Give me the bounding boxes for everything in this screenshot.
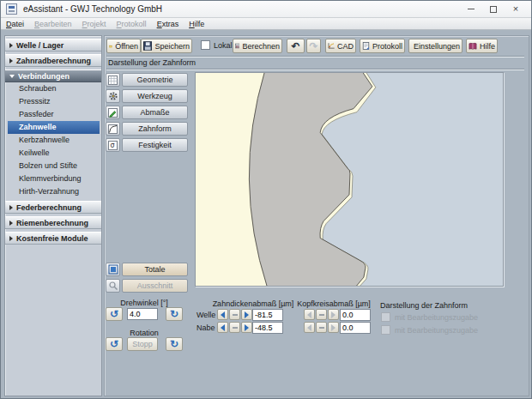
nabe-zahndicken-prev-button[interactable] <box>217 322 228 333</box>
festigkeit-button[interactable]: Festigkeit <box>122 138 188 152</box>
nabe-zahndicken-next-button[interactable] <box>241 322 252 333</box>
sidebar-section-welle-lager[interactable]: Welle / Lager <box>5 39 101 51</box>
sidebar-section-federberechnung[interactable]: Federberechnung <box>5 201 101 214</box>
display-group-label: Darstellung der Zahnform <box>380 301 468 310</box>
nabe-row-label: Nabe <box>196 323 215 332</box>
nabe-kopfkreis-reset-button[interactable] <box>316 322 327 333</box>
sidebar-section-kostenfreie-module[interactable]: Kostenfreie Module <box>5 232 101 245</box>
bearbeitungszugabe-row-2: mit Bearbeitungszugabe <box>381 325 478 335</box>
sidebar-section-zahnradberechnung[interactable]: Zahnradberechnung <box>5 54 101 67</box>
sidebar-item-passfeder[interactable]: Passfeder <box>5 108 101 121</box>
zahndicken-header: Zahndickenabmaß [µm] <box>206 299 300 308</box>
werkzeug-icon-button[interactable] <box>106 89 120 103</box>
welle-row-label: Welle <box>196 311 215 319</box>
rotate-step-ccw-button[interactable]: ↺ <box>106 307 123 321</box>
maximize-button[interactable] <box>487 3 500 15</box>
menu-hilfe[interactable]: Hilfe <box>184 20 209 28</box>
open-button[interactable]: Öffnen <box>106 39 141 53</box>
sidebar-item-bolzen-und-stifte[interactable]: Bolzen und Stifte <box>5 160 101 172</box>
sidebar-section-riemenberechnung[interactable]: Riemenberechnung <box>5 216 101 229</box>
sidebar-item-hirth-verzahnung[interactable]: Hirth-Verzahnung <box>5 185 101 198</box>
undo-icon: ↶ <box>291 41 299 51</box>
welle-zahndicken-prev-button[interactable] <box>217 309 228 320</box>
werkzeug-button[interactable]: Werkzeug <box>122 89 188 103</box>
sidebar-item-kerbzahnwelle[interactable]: Kerbzahnwelle <box>5 134 101 147</box>
sidebar-section-verbindungen[interactable]: Verbindungen <box>5 70 101 82</box>
sidebar-item-zahnwelle[interactable]: Zahnwelle <box>8 121 100 134</box>
rotate-step-cw-button[interactable]: ↻ <box>166 307 183 321</box>
welle-kopfkreis-next-button[interactable] <box>328 309 339 320</box>
nabe-kopfkreis-input[interactable] <box>340 322 371 334</box>
local-checkbox[interactable] <box>201 40 210 50</box>
nabe-kopfkreis-next-button[interactable] <box>328 322 339 333</box>
ausschnitt-button[interactable]: Ausschnitt <box>122 279 188 293</box>
arrow-left-icon <box>307 311 311 318</box>
svg-text:σ: σ <box>110 142 114 149</box>
welle-zahndicken-input[interactable] <box>252 309 283 321</box>
close-icon: × <box>513 4 518 14</box>
save-button[interactable]: Speichern <box>141 39 192 53</box>
calculate-button[interactable]: Berechnen <box>233 39 282 53</box>
festigkeit-icon-button[interactable]: σ <box>106 138 120 152</box>
welle-kopfkreis-reset-button[interactable] <box>316 309 327 320</box>
nabe-zahndicken-reset-button[interactable] <box>229 322 240 333</box>
sidebar-item-presssitz[interactable]: Presssitz <box>5 95 101 108</box>
arrow-right-icon <box>331 324 336 331</box>
arrow-right-icon <box>331 311 336 318</box>
redo-icon: ↷ <box>309 41 317 51</box>
report-button[interactable]: Protokoll <box>360 39 405 53</box>
redo-button[interactable]: ↷ <box>306 39 321 53</box>
rotation-stop-button[interactable]: Stopp <box>127 337 158 351</box>
chevron-right-icon <box>9 236 13 241</box>
zahnform-button[interactable]: Zahnform <box>122 122 188 136</box>
cad-button[interactable]: CAD <box>325 39 356 53</box>
save-icon <box>143 41 152 51</box>
minus-icon <box>233 327 238 329</box>
welle-kopfkreis-input[interactable] <box>340 309 371 321</box>
menu-bearbeiten[interactable]: Bearbeiten <box>29 20 77 28</box>
minimize-icon <box>468 9 475 9</box>
undo-button[interactable]: ↶ <box>287 39 305 53</box>
abmasse-icon-button[interactable] <box>106 106 120 119</box>
arrow-left-icon <box>221 311 225 318</box>
help-button[interactable]: Hilfe <box>466 39 498 53</box>
welle-kopfkreis-prev-button[interactable] <box>304 309 315 320</box>
grid-icon <box>108 76 118 85</box>
minimize-button[interactable] <box>464 3 478 15</box>
sidebar-item-klemmverbindung[interactable]: Klemmverbindung <box>5 172 101 185</box>
zahnform-icon-button[interactable] <box>106 122 120 136</box>
rotation-label: Rotation <box>106 329 183 337</box>
arrow-left-icon <box>307 324 311 331</box>
bearbeitungszugabe-checkbox-1[interactable] <box>381 312 390 322</box>
settings-button[interactable]: Einstellungen <box>408 39 462 53</box>
menu-projekt[interactable]: Projekt <box>77 20 112 28</box>
menu-extras[interactable]: Extras <box>152 20 184 28</box>
ausschnitt-icon-button[interactable] <box>106 279 120 293</box>
welle-zahndicken-next-button[interactable] <box>241 309 252 320</box>
book-icon <box>469 42 477 51</box>
divider <box>106 69 524 70</box>
geometrie-button[interactable]: Geometrie <box>122 73 188 87</box>
zahnform-canvas[interactable] <box>195 72 504 287</box>
totale-icon-button[interactable] <box>106 263 120 276</box>
menu-protokoll[interactable]: Protokoll <box>112 20 152 28</box>
rotation-ccw-button[interactable]: ↺ <box>106 337 123 351</box>
rotate-ccw-icon: ↺ <box>110 309 118 319</box>
pencil-icon <box>108 108 118 118</box>
nabe-kopfkreis-prev-button[interactable] <box>304 322 315 333</box>
totale-button[interactable]: Totale <box>122 263 188 276</box>
abmasse-button[interactable]: Abmaße <box>122 106 188 119</box>
sidebar-item-schrauben[interactable]: Schrauben <box>5 82 101 95</box>
drehwinkel-input[interactable] <box>127 308 158 320</box>
bearbeitungszugabe-checkbox-2[interactable] <box>381 325 390 335</box>
nabe-zahndicken-input[interactable] <box>252 322 283 334</box>
sidebar-item-keilwelle[interactable]: Keilwelle <box>5 147 101 160</box>
geometrie-icon-button[interactable] <box>106 73 120 87</box>
close-button[interactable]: × <box>509 3 523 15</box>
local-label: Lokal <box>214 41 233 50</box>
rotation-cw-button[interactable]: ↻ <box>166 337 183 351</box>
menu-datei[interactable]: Datei <box>1 20 29 28</box>
welle-zahndicken-reset-button[interactable] <box>229 309 240 320</box>
arrow-right-icon <box>245 311 249 318</box>
minus-icon <box>233 314 238 316</box>
